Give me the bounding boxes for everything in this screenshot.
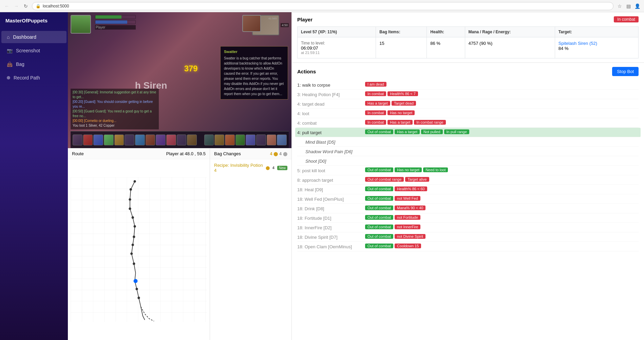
time-at: at 21:59:11 <box>301 51 372 55</box>
minimap-time: 4:50 <box>281 23 289 27</box>
sidebar-label-bag: Bag <box>16 61 24 67</box>
bag-item-row: Recipe: Invisibility Potion 4 ⬤ 4 New <box>210 159 291 176</box>
target-link[interactable]: Spitelash Siren (52) <box>558 41 597 46</box>
action-name-post-kill-loot: 5: post kill loot <box>297 167 365 173</box>
col-level: Level 57 (XP: 11%) <box>298 27 376 37</box>
tag-not-well-fed: not Well Fed <box>395 196 420 201</box>
camera-icon: 📷 <box>7 48 13 53</box>
col-bag: Bag Items: <box>376 27 427 37</box>
sidebar-item-dashboard[interactable]: ⌂ Dashboard <box>1 31 67 43</box>
svg-point-5 <box>132 216 134 219</box>
col-mana: Mana / Rage / Energy: <box>465 27 555 37</box>
star-icon[interactable]: ☆ <box>616 3 623 10</box>
action-tags-pull-target: Out of combatHas a targetNot pulledIn pu… <box>365 129 469 134</box>
action-btn-18 <box>256 135 266 145</box>
extension-icon[interactable]: ▤ <box>625 3 632 10</box>
tag-out-of-combat: Out of combat <box>365 225 393 229</box>
tag-out-of-combat: Out of combat <box>365 205 393 210</box>
combat-badge: In combat <box>614 16 639 22</box>
right-panel: Player In combat Level 57 (XP: 11%) Bag … <box>292 12 644 340</box>
action-btn-19 <box>267 135 277 145</box>
tag-target-dead: Target dead <box>392 101 416 106</box>
action-name-fortitude: 18: Fortitude [D1] <box>297 215 365 221</box>
url-bar[interactable]: 🔒 localhost:5000 <box>32 2 613 10</box>
player-name-text: Player <box>95 25 136 30</box>
svg-point-1 <box>134 180 136 182</box>
damage-number: 379 <box>184 64 198 73</box>
bag-icon: 👜 <box>7 61 13 67</box>
actions-title: Actions <box>297 69 316 74</box>
forward-button[interactable]: → <box>13 3 20 10</box>
target-pct: 84 % <box>558 46 635 51</box>
time-to-level-cell: Time to level: 06:09:07 at 21:59:11 <box>298 37 376 58</box>
tag-out-of-combat: Out of combat <box>365 129 393 134</box>
tag-need-to-loot: Need to loot <box>423 167 448 172</box>
bag-changes-label: Bag Changes <box>214 151 241 156</box>
sidebar-item-screenshot[interactable]: 📷 Screenshot <box>1 44 67 57</box>
action-row-walk-to-corpse: 1: walk to corpseI am dead <box>297 80 639 90</box>
browser-chrome: ← → ↻ 🔒 localhost:5000 ☆ ▤ 👤 <box>0 0 644 12</box>
action-btn-14 <box>214 135 224 145</box>
action-btn-13 <box>204 135 214 145</box>
tag-in-combat: In combat <box>365 120 386 125</box>
tag-not-innerfire: not InnerFire <box>395 225 420 229</box>
sidebar: MasterOfPuppets ⌂ Dashboard 📷 Screenshot… <box>0 12 68 340</box>
action-tags-open-clam: Out of combatCooldown 15 <box>365 244 421 248</box>
svg-point-12 <box>137 297 140 299</box>
action-btn-17 <box>246 135 255 145</box>
action-tags-heal: Out of combatHealth% 86 < 60 <box>365 186 427 191</box>
tag-not-divine-spirit: not Divine Spirit <box>395 234 425 239</box>
player-dot <box>134 279 138 283</box>
back-button[interactable]: ← <box>3 3 10 10</box>
action-btn-16 <box>235 135 245 145</box>
tag-target-alive: Target alive <box>405 177 429 182</box>
action-row-target-dead: 4: target deadHas a targetTarget dead <box>297 99 639 109</box>
action-row-pull-target: 4: pull targetOut of combatHas a targetN… <box>295 128 641 137</box>
sidebar-item-bag[interactable]: 👜 Bag <box>1 58 67 70</box>
tag-out-of-combat: Out of combat <box>365 244 393 248</box>
svg-point-11 <box>136 288 138 290</box>
sidebar-label-screenshot: Screenshot <box>16 48 40 53</box>
action-row-heal: 18: Heal [D9]Out of combatHealth% 86 < 6… <box>297 185 639 194</box>
sidebar-item-record-path[interactable]: Record Path <box>1 72 67 84</box>
action-tags-walk-to-corpse: I am dead <box>365 82 386 87</box>
action-name-healing-potion: 3: Healing Potion [F4] <box>297 91 365 97</box>
action-name-heal: 18: Heal [D9] <box>297 186 365 192</box>
tag-out-of-combat: Out of combat <box>365 196 393 201</box>
col-target: Target: <box>555 27 638 37</box>
url-text: localhost:5000 <box>43 4 69 8</box>
player-section: Player In combat Level 57 (XP: 11%) Bag … <box>292 12 644 63</box>
svg-point-3 <box>129 198 131 201</box>
tag-out-of-combat-range: Out of combat range <box>365 177 404 182</box>
action-tags-loot: In combatHas no target <box>365 110 415 115</box>
action-row-loot: 4: lootIn combatHas no target <box>297 109 639 118</box>
tag-mana%-90-<-40: Mana% 90 < 40 <box>395 205 425 210</box>
game-viewport: Player 41:565 4:50 <box>68 12 291 148</box>
route-grid <box>68 159 210 340</box>
action-name-mind-blast: Mind Blast [D5] <box>297 139 365 145</box>
action-btn-4 <box>104 135 114 145</box>
home-icon: ⌂ <box>7 34 10 40</box>
tag-has-no-target: Has no target <box>387 110 415 115</box>
target-portrait <box>242 15 261 32</box>
mana-bar <box>95 20 136 24</box>
svg-point-6 <box>134 225 136 228</box>
reload-button[interactable]: ↻ <box>22 3 29 10</box>
profile-icon[interactable]: 👤 <box>634 3 641 10</box>
route-label: Route <box>72 151 84 156</box>
action-btn-6 <box>125 135 134 145</box>
app-title: MasterOfPuppets <box>0 12 68 30</box>
tag-cooldown-15: Cooldown 15 <box>395 244 421 248</box>
action-name-drink: 18: Drink [D8] <box>297 205 365 211</box>
player-position: Player at 48.0 , 59.5 <box>166 151 206 156</box>
health-bar-fill <box>95 15 121 19</box>
col-health: Health: <box>427 27 465 37</box>
bottom-panels: Route Player at 48.0 , 59.5 <box>68 148 291 340</box>
svg-point-7 <box>133 236 135 238</box>
action-tags-post-kill-loot: Out of combatHas no targetNeed to loot <box>365 167 448 172</box>
stop-bot-button[interactable]: Stop Bot <box>612 67 639 76</box>
minimap-coords: 41:565 <box>268 17 277 20</box>
player-portrait <box>71 15 91 34</box>
player-header: Player In combat <box>297 16 639 22</box>
tag-out-of-combat: Out of combat <box>365 234 393 239</box>
